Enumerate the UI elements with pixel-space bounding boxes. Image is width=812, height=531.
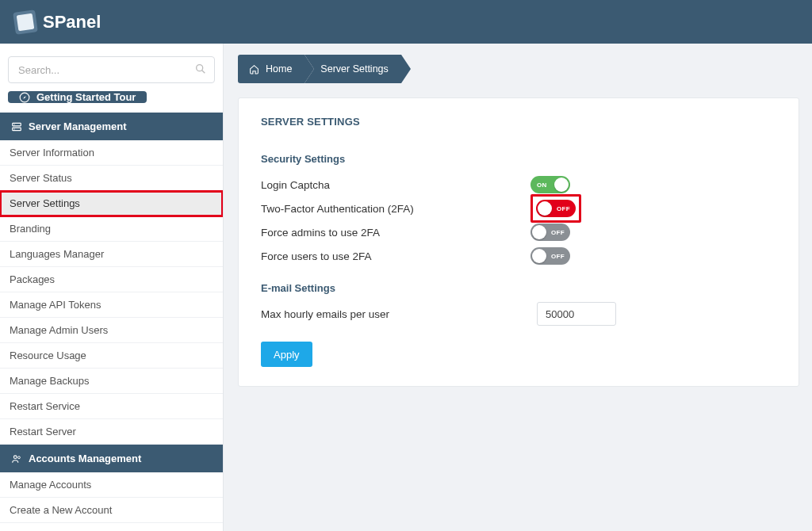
row-max-hourly-emails: Max hourly emails per user (261, 302, 776, 326)
security-settings-title: Security Settings (261, 153, 776, 165)
nav-resource-usage[interactable]: Resource Usage (0, 343, 223, 369)
nav-manage-api-tokens[interactable]: Manage API Tokens (0, 292, 223, 318)
nav-list-suspended-accounts[interactable]: List Suspended Accounts (0, 523, 223, 531)
svg-marker-3 (23, 96, 26, 99)
row-2fa: Two-Factor Authentication (2FA) OFF (261, 197, 776, 220)
toggle-knob (532, 249, 546, 263)
nav-server-status[interactable]: Server Status (0, 166, 223, 191)
tour-label: Getting Started Tour (36, 91, 136, 103)
section-title: Server Management (29, 120, 127, 132)
brand-name: SPanel (43, 12, 101, 32)
app-header: SPanel (0, 0, 812, 44)
svg-rect-4 (13, 123, 21, 126)
force-users-label: Force users to use 2FA (261, 250, 530, 262)
svg-rect-5 (13, 128, 21, 131)
panel-title: SERVER SETTINGS (261, 116, 776, 128)
max-hourly-input[interactable] (537, 302, 616, 326)
logo[interactable]: SPanel (14, 11, 101, 33)
nav-server-settings[interactable]: Server Settings (0, 191, 223, 216)
svg-point-8 (13, 455, 17, 458)
toggle-state: ON (537, 181, 547, 189)
svg-point-9 (17, 456, 20, 458)
svg-point-7 (14, 128, 15, 129)
svg-point-0 (197, 65, 203, 71)
twofa-label: Two-Factor Authentication (2FA) (261, 203, 530, 215)
section-server-management[interactable]: Server Management (0, 113, 223, 140)
breadcrumb-home[interactable]: Home (238, 55, 304, 83)
toggle-state: OFF (551, 229, 565, 236)
toggle-state: OFF (551, 253, 565, 260)
svg-point-6 (14, 124, 15, 124)
email-settings-title: E-mail Settings (261, 282, 776, 294)
twofa-highlight-box: OFF (530, 194, 581, 223)
nav-manage-backups[interactable]: Manage Backups (0, 369, 223, 394)
row-force-admins-2fa: Force admins to use 2FA OFF (261, 220, 776, 244)
getting-started-tour-button[interactable]: Getting Started Tour (8, 91, 147, 103)
nav-create-new-account[interactable]: Create a New Account (0, 498, 223, 523)
search-box (8, 56, 215, 83)
apply-button[interactable]: Apply (261, 342, 312, 367)
toggle-knob (538, 201, 552, 216)
nav-restart-server[interactable]: Restart Server (0, 419, 223, 445)
nav-restart-service[interactable]: Restart Service (0, 394, 223, 419)
server-icon (11, 121, 22, 132)
section-accounts-management[interactable]: Accounts Management (0, 445, 223, 472)
nav-server-information[interactable]: Server Information (0, 140, 223, 166)
toggle-knob (532, 225, 546, 239)
row-login-captcha: Login Captcha ON (261, 173, 776, 197)
sidebar: Getting Started Tour Server Management S… (0, 44, 224, 531)
breadcrumb-page-label: Server Settings (320, 63, 388, 74)
force-users-toggle[interactable]: OFF (530, 247, 570, 265)
nav-manage-admin-users[interactable]: Manage Admin Users (0, 318, 223, 343)
breadcrumb-current[interactable]: Server Settings (304, 55, 400, 83)
toggle-knob (554, 178, 569, 192)
section-title: Accounts Management (29, 453, 141, 464)
breadcrumb-home-label: Home (266, 63, 292, 74)
search-icon (194, 63, 207, 78)
nav-packages[interactable]: Packages (0, 267, 223, 292)
nav-languages-manager[interactable]: Languages Manager (0, 242, 223, 267)
row-force-users-2fa: Force users to use 2FA OFF (261, 244, 776, 268)
login-captcha-toggle[interactable]: ON (530, 176, 570, 193)
users-icon (11, 453, 22, 464)
search-input[interactable] (8, 56, 215, 83)
twofa-toggle[interactable]: OFF (536, 200, 576, 217)
main-content: Home Server Settings SERVER SETTINGS Sec… (224, 44, 812, 531)
nav-manage-accounts[interactable]: Manage Accounts (0, 472, 223, 498)
force-admins-label: Force admins to use 2FA (261, 227, 530, 239)
compass-icon (19, 92, 30, 103)
home-icon (249, 64, 259, 74)
svg-line-1 (202, 71, 205, 74)
breadcrumb: Home Server Settings (238, 55, 799, 83)
nav-branding[interactable]: Branding (0, 216, 223, 242)
toggle-state: OFF (557, 205, 570, 212)
max-hourly-label: Max hourly emails per user (261, 308, 530, 320)
server-settings-panel: SERVER SETTINGS Security Settings Login … (238, 97, 799, 387)
login-captcha-label: Login Captcha (261, 179, 530, 191)
logo-icon (13, 10, 38, 35)
force-admins-toggle[interactable]: OFF (530, 223, 570, 241)
